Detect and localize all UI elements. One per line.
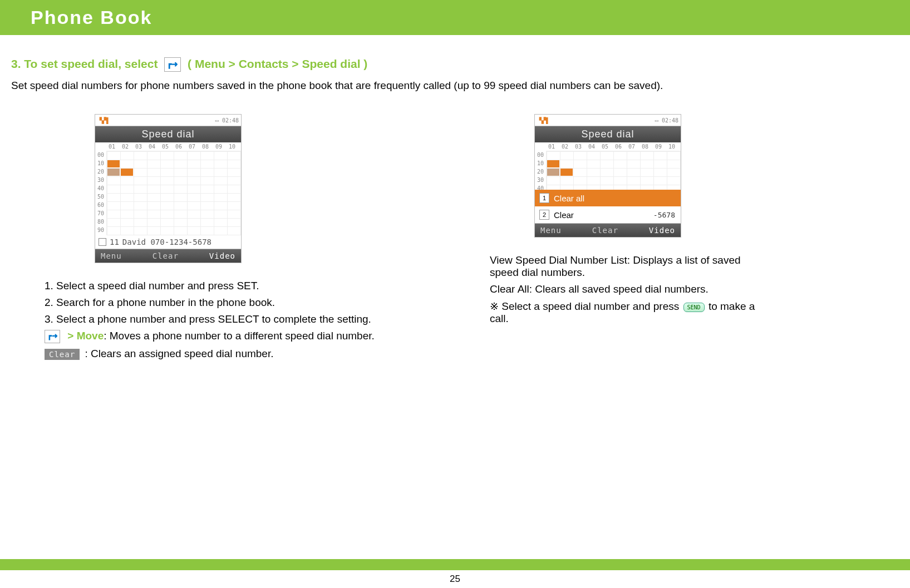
- filled-cell: [107, 169, 120, 176]
- grid-cells: [106, 151, 241, 235]
- softkey-bar: Menu Clear Video: [95, 249, 242, 263]
- popup-item-clear[interactable]: 2 Clear -5678: [535, 206, 681, 223]
- softkey-left[interactable]: Menu: [101, 251, 122, 260]
- softkey-right[interactable]: Video: [649, 226, 675, 235]
- speed-dial-grid: 01020304050607080910 0010203040506070809…: [95, 142, 242, 235]
- page-number: 25: [0, 574, 910, 585]
- popup-item-clear-all[interactable]: 1 Clear all: [535, 190, 681, 206]
- entry-number: 11: [110, 238, 119, 246]
- footer-bar: [0, 559, 910, 570]
- status-bar: ▝▞▌ ▭ 02:48: [95, 114, 242, 126]
- section-heading: 3. To set speed dial, select ┏➜ ( Menu >…: [11, 57, 899, 72]
- popup-label: Clear: [554, 210, 574, 220]
- right-column: ▝▞▌ ▭ 02:48 Speed dial 01020304050607080…: [490, 114, 768, 364]
- menu-arrow-icon: ┏➜: [164, 57, 181, 72]
- move-rest: : Moves a phone number to a different sp…: [104, 330, 375, 342]
- clear-note: Clear : Clears an assigned speed dial nu…: [45, 348, 445, 360]
- right-p3a: ※ Select a speed dial number and press: [490, 300, 679, 312]
- menu-arrow-icon: ┏➜: [45, 330, 60, 343]
- header-title: Phone Book: [31, 7, 152, 28]
- softkey-middle[interactable]: Clear: [592, 226, 618, 235]
- selected-entry: 11 David 070-1234-5678: [95, 235, 242, 249]
- section-breadcrumb: ( Menu > Contacts > Speed dial ): [188, 57, 367, 70]
- softkey-bar: Menu Clear Video: [534, 224, 681, 238]
- screen-title: Speed dial: [534, 126, 681, 142]
- filled-cell: [547, 160, 559, 167]
- softkey-left[interactable]: Menu: [540, 226, 562, 235]
- grid-row-header: 00102030405060708090: [95, 151, 106, 235]
- section-num-label: 3. To set speed dial, select: [11, 57, 158, 70]
- move-note: ┏➜ > Move: Moves a phone number to a dif…: [45, 330, 445, 343]
- filled-cell: [547, 169, 559, 176]
- popup-menu: 1 Clear all 2 Clear -5678: [534, 190, 681, 224]
- step-2: 2. Search for a phone number in the phon…: [45, 297, 445, 309]
- right-p1: View Speed Dial Number List: Displays a …: [490, 254, 768, 279]
- status-time: ▭ 02:48: [215, 117, 239, 123]
- page-header: Phone Book: [0, 0, 910, 35]
- signal-icon: ▝▞▌: [537, 117, 550, 123]
- clear-rest: : Clears an assigned speed dial number.: [85, 348, 273, 359]
- screen-title: Speed dial: [95, 126, 242, 142]
- content-area: 3. To set speed dial, select ┏➜ ( Menu >…: [0, 35, 910, 364]
- move-label: > Move: [67, 330, 104, 342]
- send-button-icon: SEND: [683, 303, 705, 312]
- grid-col-header: 01020304050607080910: [95, 142, 241, 151]
- step-3: 3. Select a phone number and press SELEC…: [45, 313, 445, 325]
- phone-screenshot-1: ▝▞▌ ▭ 02:48 Speed dial 01020304050607080…: [95, 114, 242, 263]
- softkey-right[interactable]: Video: [209, 251, 235, 260]
- status-bar: ▝▞▌ ▭ 02:48: [534, 114, 681, 126]
- clear-chip: Clear: [45, 349, 80, 360]
- entry-icon: [99, 238, 106, 246]
- left-column: ▝▞▌ ▭ 02:48 Speed dial 01020304050607080…: [45, 114, 445, 364]
- filled-cell: [560, 169, 573, 176]
- left-instructions: 1. Select a speed dial number and press …: [45, 280, 445, 360]
- right-instructions: View Speed Dial Number List: Displays a …: [490, 254, 768, 325]
- phone-screenshot-2: ▝▞▌ ▭ 02:48 Speed dial 01020304050607080…: [534, 114, 681, 238]
- popup-fragment: -5678: [652, 211, 676, 219]
- softkey-middle[interactable]: Clear: [153, 251, 179, 260]
- popup-label: Clear all: [554, 194, 584, 203]
- right-p3: ※ Select a speed dial number and press S…: [490, 300, 768, 325]
- popup-badge: 1: [539, 193, 549, 203]
- filled-cell: [107, 160, 120, 167]
- signal-icon: ▝▞▌: [97, 117, 110, 123]
- status-time: ▭ 02:48: [655, 117, 678, 123]
- popup-badge: 2: [539, 210, 549, 220]
- entry-text: David 070-1234-5678: [122, 238, 211, 246]
- filled-cell: [121, 169, 133, 176]
- right-p2: Clear All: Clears all saved speed dial n…: [490, 283, 768, 295]
- grid-col-header: 01020304050607080910: [535, 142, 681, 151]
- intro-paragraph: Set speed dial numbers for phone numbers…: [11, 80, 899, 92]
- step-1: 1. Select a speed dial number and press …: [45, 280, 445, 292]
